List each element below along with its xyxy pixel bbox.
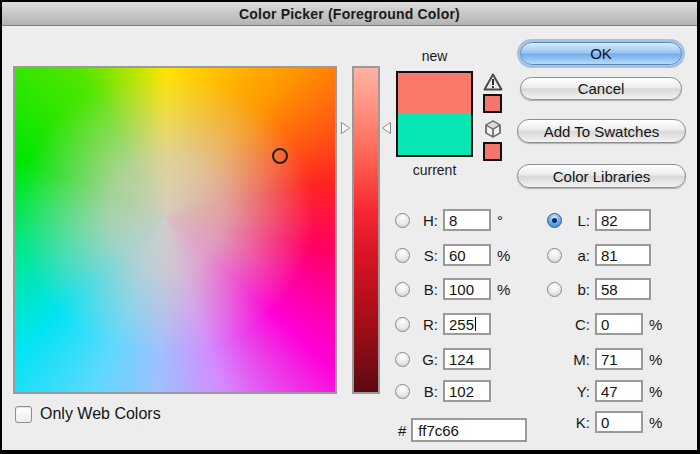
text-cursor (475, 317, 476, 331)
add-to-swatches-button[interactable]: Add To Swatches (517, 119, 686, 143)
only-web-colors-row: Only Web Colors (15, 405, 161, 423)
input-y[interactable]: 47 (595, 380, 643, 402)
label-s: S: (416, 247, 438, 264)
web-safe-warning-cube-icon[interactable] (483, 119, 503, 143)
input-c[interactable]: 0 (595, 313, 643, 335)
radio-b-brightness[interactable] (395, 282, 410, 297)
ok-button[interactable]: OK (520, 42, 682, 65)
cancel-button[interactable]: Cancel (520, 77, 682, 100)
new-color-swatch (398, 73, 471, 114)
hex-input[interactable]: ff7c66 (411, 418, 527, 442)
hex-row: # ff7c66 (398, 418, 527, 442)
field-row-b-brightness: B: 100 % (395, 278, 510, 300)
color-field[interactable] (13, 66, 337, 394)
label-h: H: (416, 212, 438, 229)
slider-arrow-right[interactable] (381, 121, 392, 135)
only-web-colors-checkbox[interactable] (15, 406, 32, 423)
gamut-replacement-swatch[interactable] (483, 94, 502, 113)
color-preview (396, 71, 473, 157)
input-m[interactable]: 71 (595, 348, 643, 370)
unit-s: % (497, 247, 510, 264)
radio-l-selected[interactable] (547, 213, 562, 228)
radio-s[interactable] (395, 248, 410, 263)
label-a: a: (568, 247, 590, 264)
color-field-marker[interactable] (272, 148, 288, 164)
label-m: M: (568, 351, 590, 368)
title-bar[interactable]: Color Picker (Foreground Color) (2, 2, 697, 26)
label-b-blue: B: (416, 383, 438, 400)
unit-m: % (649, 351, 662, 368)
label-l: L: (568, 212, 590, 229)
radio-a[interactable] (547, 248, 562, 263)
label-c: C: (568, 316, 590, 333)
label-y: Y: (568, 383, 590, 400)
input-s[interactable]: 60 (443, 244, 491, 266)
field-row-a: a: 81 (547, 244, 651, 266)
unit-y: % (649, 383, 662, 400)
field-row-m: M: 71 % (547, 348, 662, 370)
input-b-blue[interactable]: 102 (443, 380, 491, 402)
field-row-k: K: 0 % (547, 411, 662, 433)
dialog-window: Color Picker (Foreground Color) new curr… (2, 2, 697, 450)
field-row-g: G: 124 (395, 348, 491, 370)
color-picker-dialog: Color Picker (Foreground Color) new curr… (0, 0, 700, 454)
radio-g[interactable] (395, 352, 410, 367)
label-r: R: (416, 316, 438, 333)
field-row-s: S: 60 % (395, 244, 510, 266)
input-b-brightness[interactable]: 100 (443, 278, 491, 300)
field-row-r: R: 255 (395, 313, 491, 335)
unit-b-brightness: % (497, 281, 510, 298)
radio-b-blue[interactable] (395, 384, 410, 399)
radio-lab-b[interactable] (547, 282, 562, 297)
dialog-title: Color Picker (Foreground Color) (239, 6, 460, 22)
input-h[interactable]: 8 (443, 209, 491, 231)
input-g[interactable]: 124 (443, 348, 491, 370)
radio-r[interactable] (395, 317, 410, 332)
field-row-h: H: 8 ° (395, 209, 503, 231)
input-l[interactable]: 82 (595, 209, 651, 231)
slider-arrow-left[interactable] (340, 121, 351, 135)
field-row-b-blue: B: 102 (395, 380, 491, 402)
lightness-slider[interactable] (352, 66, 380, 394)
field-row-lab-b: b: 58 (547, 278, 651, 300)
label-k: K: (568, 414, 590, 431)
web-safe-replacement-swatch[interactable] (483, 142, 502, 161)
label-b-brightness: B: (416, 281, 438, 298)
current-color-swatch[interactable] (398, 114, 471, 155)
gamut-warning-icon[interactable] (483, 73, 503, 95)
radio-h[interactable] (395, 213, 410, 228)
field-row-y: Y: 47 % (547, 380, 662, 402)
label-g: G: (416, 351, 438, 368)
new-color-label: new (396, 48, 473, 64)
field-row-l: L: 82 (547, 209, 651, 231)
unit-h: ° (497, 212, 503, 229)
input-k[interactable]: 0 (595, 411, 643, 433)
label-lab-b: b: (568, 281, 590, 298)
field-row-c: C: 0 % (547, 313, 662, 335)
current-color-label: current (396, 162, 473, 178)
input-r[interactable]: 255 (443, 313, 491, 335)
only-web-colors-label: Only Web Colors (40, 405, 161, 423)
hex-label: # (398, 422, 406, 439)
input-lab-b[interactable]: 58 (595, 278, 651, 300)
color-libraries-button[interactable]: Color Libraries (517, 164, 686, 188)
unit-c: % (649, 316, 662, 333)
unit-k: % (649, 414, 662, 431)
input-a[interactable]: 81 (595, 244, 651, 266)
